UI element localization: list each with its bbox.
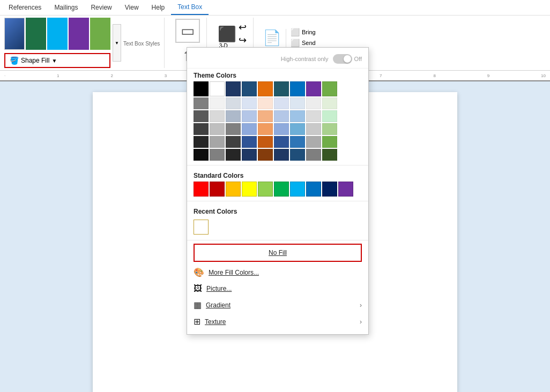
style-swatch-4[interactable] bbox=[69, 18, 89, 50]
shade-cell[interactable] bbox=[274, 110, 289, 122]
shade-cell[interactable] bbox=[290, 123, 305, 135]
shade-cell[interactable] bbox=[194, 123, 209, 135]
shade-cell[interactable] bbox=[258, 97, 273, 109]
style-swatch-5[interactable] bbox=[90, 18, 110, 50]
shade-cell[interactable] bbox=[194, 136, 209, 148]
std-color-cell[interactable] bbox=[338, 182, 353, 197]
shade-cell[interactable] bbox=[226, 149, 241, 161]
theme-shade-row-3 bbox=[194, 123, 362, 135]
td-rotate-btn1[interactable]: ↩ bbox=[239, 21, 247, 33]
shade-cell[interactable] bbox=[258, 123, 273, 135]
std-color-cell[interactable] bbox=[290, 182, 305, 197]
texture-icon: ⊞ bbox=[194, 316, 200, 327]
std-color-cell[interactable] bbox=[274, 182, 289, 197]
shade-cell[interactable] bbox=[258, 110, 273, 122]
tab-mailings[interactable]: Mailings bbox=[48, 1, 84, 14]
shade-cell[interactable] bbox=[242, 123, 257, 135]
shade-cell[interactable] bbox=[242, 136, 257, 148]
color-cell[interactable] bbox=[210, 81, 225, 96]
color-cell[interactable] bbox=[322, 81, 337, 96]
shade-cell[interactable] bbox=[290, 110, 305, 122]
picture-item[interactable]: 🖼 Picture... bbox=[187, 281, 368, 297]
shade-cell[interactable] bbox=[226, 110, 241, 122]
shade-cell[interactable] bbox=[274, 123, 289, 135]
tab-textbox[interactable]: Text Box bbox=[171, 0, 209, 15]
main-area: High-contrast only Off Theme Colors bbox=[0, 81, 550, 392]
more-fill-colors-item[interactable]: 🎨 More Fill Colors... bbox=[187, 264, 368, 281]
style-swatch-3[interactable] bbox=[47, 18, 68, 50]
std-color-cell[interactable] bbox=[226, 182, 241, 197]
shade-cell[interactable] bbox=[322, 123, 337, 135]
shade-cell[interactable] bbox=[210, 97, 225, 109]
tab-review[interactable]: Review bbox=[84, 1, 118, 14]
shade-cell[interactable] bbox=[226, 97, 241, 109]
shape-fill-button[interactable]: 🪣 Shape Fill ▼ bbox=[4, 53, 110, 68]
texture-item[interactable]: ⊞ Texture › bbox=[187, 313, 368, 330]
shade-cell[interactable] bbox=[194, 149, 209, 161]
shade-cell[interactable] bbox=[290, 149, 305, 161]
color-cell[interactable] bbox=[194, 81, 209, 96]
bring-btn[interactable]: ⬜ Bring bbox=[291, 28, 316, 36]
std-color-cell[interactable] bbox=[322, 182, 337, 197]
toggle-switch[interactable]: Off bbox=[333, 54, 362, 64]
shade-cell[interactable] bbox=[274, 149, 289, 161]
color-cell[interactable] bbox=[258, 81, 273, 96]
color-cell[interactable] bbox=[274, 81, 289, 96]
style-swatch-1[interactable] bbox=[4, 18, 25, 50]
gradient-item[interactable]: ▦ Gradient › bbox=[187, 297, 368, 313]
shade-cell[interactable] bbox=[322, 110, 337, 122]
shade-cell[interactable] bbox=[306, 149, 321, 161]
tab-references[interactable]: References bbox=[2, 1, 48, 14]
shade-cell[interactable] bbox=[210, 110, 225, 122]
standard-colors-row bbox=[187, 182, 368, 197]
theme-shade-row-4 bbox=[194, 136, 362, 148]
std-color-cell[interactable] bbox=[242, 182, 257, 197]
bring-icon: ⬜ bbox=[291, 28, 300, 36]
shade-cell[interactable] bbox=[274, 97, 289, 109]
shade-cell[interactable] bbox=[242, 110, 257, 122]
shade-cell[interactable] bbox=[226, 123, 241, 135]
shade-cell[interactable] bbox=[290, 97, 305, 109]
shade-cell[interactable] bbox=[210, 123, 225, 135]
send-btn[interactable]: ⬜ Send bbox=[291, 39, 316, 47]
gradient-label: Gradient bbox=[206, 301, 231, 309]
shade-cell[interactable] bbox=[322, 149, 337, 161]
shade-cell[interactable] bbox=[242, 149, 257, 161]
color-cell[interactable] bbox=[242, 81, 257, 96]
shape-fill-area: 🪣 Shape Fill ▼ bbox=[4, 53, 110, 68]
shade-cell[interactable] bbox=[258, 149, 273, 161]
color-cell[interactable] bbox=[306, 81, 321, 96]
shade-cell[interactable] bbox=[322, 136, 337, 148]
shade-cell[interactable] bbox=[306, 136, 321, 148]
toggle-track[interactable] bbox=[333, 54, 352, 64]
gradient-icon: ▦ bbox=[194, 300, 202, 310]
shade-cell[interactable] bbox=[226, 136, 241, 148]
tab-help[interactable]: Help bbox=[145, 1, 172, 14]
shade-cell[interactable] bbox=[322, 97, 337, 109]
std-color-cell[interactable] bbox=[306, 182, 321, 197]
shade-cell[interactable] bbox=[242, 97, 257, 109]
shade-cell[interactable] bbox=[194, 110, 209, 122]
tab-view[interactable]: View bbox=[118, 1, 145, 14]
std-color-cell[interactable] bbox=[210, 182, 225, 197]
shade-cell[interactable] bbox=[210, 136, 225, 148]
td-rotate-btn2[interactable]: ↪ bbox=[239, 34, 247, 46]
shade-cell[interactable] bbox=[274, 136, 289, 148]
std-color-cell[interactable] bbox=[258, 182, 273, 197]
recent-color-cell[interactable] bbox=[194, 220, 209, 235]
swatches-row bbox=[4, 18, 110, 50]
swatch-scroll-btn[interactable]: ▼ bbox=[113, 24, 121, 62]
color-cell[interactable] bbox=[226, 81, 241, 96]
style-swatch-2[interactable] bbox=[26, 18, 46, 50]
std-color-cell[interactable] bbox=[194, 182, 209, 197]
texture-arrow-icon: › bbox=[360, 318, 362, 326]
shade-cell[interactable] bbox=[290, 136, 305, 148]
no-fill-button[interactable]: No Fill bbox=[194, 244, 362, 262]
shade-cell[interactable] bbox=[306, 110, 321, 122]
shade-cell[interactable] bbox=[306, 97, 321, 109]
shade-cell[interactable] bbox=[258, 136, 273, 148]
color-cell[interactable] bbox=[290, 81, 305, 96]
shade-cell[interactable] bbox=[306, 123, 321, 135]
shade-cell[interactable] bbox=[210, 149, 225, 161]
shade-cell[interactable] bbox=[194, 97, 209, 109]
